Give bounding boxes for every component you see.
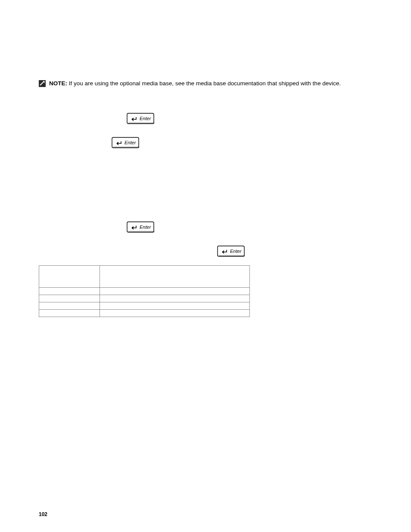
- note-text: NOTE: If you are using the optional medi…: [49, 79, 341, 88]
- table-row: [39, 288, 250, 295]
- document-page: NOTE: If you are using the optional medi…: [0, 0, 411, 532]
- note-body: If you are using the optional media base…: [67, 80, 341, 87]
- enter-key-label: Enter: [140, 116, 152, 121]
- enter-key-label: Enter: [140, 224, 152, 230]
- table-header-cell: [100, 266, 250, 288]
- enter-key-icon: Enter: [127, 113, 155, 127]
- note-prefix: NOTE:: [49, 80, 67, 87]
- enter-key-icon: Enter: [112, 137, 140, 151]
- table-cell: [100, 302, 250, 310]
- step-line-4: Enter: [215, 246, 377, 259]
- step-line-2: Enter: [110, 137, 377, 151]
- svg-rect-6: [128, 231, 155, 233]
- enter-key-icon: Enter: [127, 221, 155, 235]
- table-cell: [39, 310, 100, 317]
- table-cell: [39, 302, 100, 310]
- table-cell: [39, 288, 100, 295]
- note-row: NOTE: If you are using the optional medi…: [39, 79, 377, 89]
- table-row: [39, 310, 250, 317]
- table-cell: [39, 295, 100, 302]
- svg-rect-4: [113, 146, 140, 148]
- step-line-3: Enter: [125, 221, 377, 235]
- page-number: 102: [39, 511, 47, 517]
- example-table: [39, 265, 250, 317]
- table-cell: [100, 295, 250, 302]
- note-icon: [39, 80, 46, 89]
- step-line-1: Enter: [125, 113, 377, 127]
- page-footer: 102 Troubleshooting: [39, 511, 377, 517]
- enter-key-label: Enter: [125, 140, 137, 145]
- table-row: [39, 302, 250, 310]
- table-row: [39, 266, 250, 288]
- table-cell: [100, 288, 250, 295]
- enter-key-label: Enter: [230, 249, 242, 254]
- enter-key-icon: Enter: [217, 246, 246, 259]
- table-row: [39, 295, 250, 302]
- table-header-cell: [39, 266, 100, 288]
- svg-rect-2: [128, 122, 155, 124]
- table-cell: [100, 310, 250, 317]
- svg-rect-8: [218, 255, 245, 257]
